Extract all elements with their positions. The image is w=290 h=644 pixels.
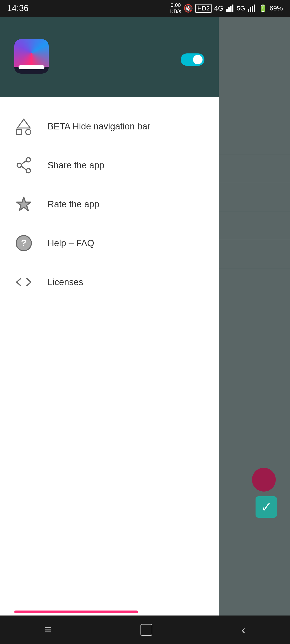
battery-percent: 69% — [269, 4, 283, 12]
status-time: 14:36 — [7, 3, 29, 13]
app-icon — [14, 39, 49, 74]
star-icon — [14, 195, 33, 214]
menu-label-licenses: Licenses — [48, 277, 83, 287]
menu-item-share-app[interactable]: Share the app — [0, 146, 219, 185]
menu-label-help-faq: Help – FAQ — [48, 238, 94, 248]
svg-marker-8 — [17, 119, 30, 128]
right-row-4 — [219, 183, 290, 211]
app-icon-gradient — [14, 39, 49, 67]
signal-bars-2 — [247, 4, 256, 12]
svg-rect-6 — [252, 6, 253, 12]
svg-rect-2 — [230, 6, 231, 12]
battery-icon: 🔋 — [258, 4, 267, 12]
svg-point-12 — [17, 163, 22, 168]
crimson-circle-indicator — [252, 468, 276, 492]
header-toggle[interactable] — [181, 54, 204, 66]
svg-rect-1 — [228, 7, 230, 12]
bottom-navigation: ≡ ‹ — [0, 616, 290, 644]
menu-label-share-app: Share the app — [48, 160, 104, 170]
svg-rect-9 — [17, 130, 22, 135]
navigation-drawer: BETA Hide navigation bar Share the app — [0, 16, 219, 644]
menu-item-beta-hide-nav[interactable]: BETA Hide navigation bar — [0, 107, 219, 146]
signal-4g-icon: 4G — [214, 4, 223, 12]
signal-bars-1 — [226, 4, 234, 12]
code-icon — [14, 272, 33, 292]
svg-rect-7 — [254, 4, 255, 12]
shapes-icon — [14, 117, 33, 136]
hamburger-nav-icon[interactable]: ≡ — [45, 623, 51, 637]
svg-rect-3 — [232, 4, 233, 12]
svg-line-15 — [22, 166, 26, 170]
right-row-2 — [219, 126, 290, 154]
svg-point-11 — [26, 158, 31, 162]
help-icon: ? — [14, 234, 33, 253]
network-speed: 0.00KB/s — [170, 2, 181, 15]
square-nav-icon[interactable] — [140, 624, 152, 636]
menu-item-rate-app[interactable]: Rate the app — [0, 185, 219, 224]
menu-item-licenses[interactable]: Licenses — [0, 263, 219, 302]
svg-point-10 — [26, 130, 31, 135]
menu-label-beta-hide-nav: BETA Hide navigation bar — [48, 121, 150, 132]
mute-icon: 🔇 — [183, 4, 193, 13]
drawer-header — [0, 16, 219, 97]
svg-rect-5 — [250, 7, 251, 12]
share-icon — [14, 156, 33, 175]
status-icons: 0.00KB/s 🔇 HD2 4G 5G 🔋 69% — [170, 2, 283, 15]
svg-rect-4 — [248, 9, 249, 12]
svg-marker-16 — [17, 197, 31, 211]
hd2-badge: HD2 — [195, 4, 212, 13]
menu-item-help-faq[interactable]: ? Help – FAQ — [0, 224, 219, 263]
svg-point-13 — [26, 168, 31, 173]
right-row-1 — [219, 97, 290, 126]
status-bar: 14:36 0.00KB/s 🔇 HD2 4G 5G 🔋 69% — [0, 0, 290, 16]
progress-bar-fill — [14, 610, 138, 613]
menu-list: BETA Hide navigation bar Share the app — [0, 97, 219, 601]
svg-text:?: ? — [21, 238, 26, 248]
svg-rect-0 — [226, 9, 228, 12]
right-row-3 — [219, 154, 290, 183]
menu-label-rate-app: Rate the app — [48, 199, 99, 210]
teal-checkbox-indicator: ✓ — [255, 496, 277, 518]
right-row-6 — [219, 240, 290, 268]
app-icon-inner — [14, 39, 49, 74]
back-nav-icon[interactable]: ‹ — [241, 623, 245, 637]
right-row-5 — [219, 211, 290, 240]
app-icon-bar — [19, 65, 45, 69]
progress-bar-container — [14, 610, 204, 613]
svg-line-14 — [22, 161, 26, 164]
network-5g: 5G — [237, 5, 245, 12]
